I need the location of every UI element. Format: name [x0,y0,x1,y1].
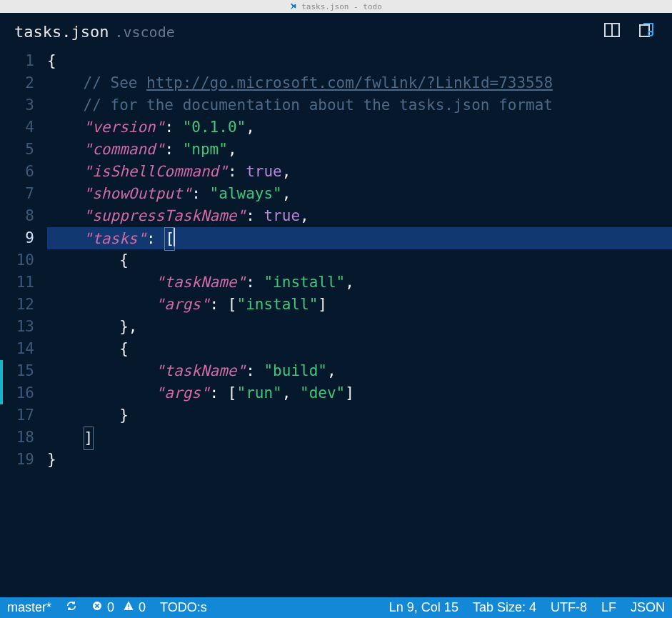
line-number: 6 [0,161,34,183]
json-key: "taskName" [156,274,246,291]
json-string: "install" [237,296,319,313]
punct: : [246,362,264,379]
code-line[interactable]: "tasks": [ [47,227,672,249]
svg-rect-5 [128,604,129,607]
line-number: 16 [0,382,34,404]
punct: : [ [210,384,237,402]
code-line[interactable]: } [47,449,672,471]
text-cursor [174,228,175,246]
line-number: 2 [0,72,34,94]
code-line[interactable]: "taskName": "install", [47,271,672,294]
punct: : [191,185,209,202]
tab-tasks-json[interactable]: tasks.json .vscode [14,23,175,41]
json-key: "command" [84,141,165,158]
punct: , [282,384,300,402]
line-number: 19 [0,449,34,471]
window-title: tasks.json - todo [301,2,382,11]
editor-chrome: tasks.json .vscode 123456789101112131415… [0,13,672,597]
code-line[interactable]: "args": ["install"] [47,294,672,316]
punct: ] [318,296,327,313]
punct: : [146,230,164,247]
editor[interactable]: 12345678910111213141516171819 { // See h… [0,50,672,597]
line-number: 17 [0,404,34,427]
json-key: "suppressTaskName" [84,207,246,224]
todos-label: TODO:s [160,600,207,615]
line-number: 18 [0,427,34,449]
punct: , [327,362,336,379]
code-line[interactable]: "command": "npm", [47,139,672,161]
tab-filename: tasks.json [14,23,109,41]
punct: , [282,185,291,202]
warning-icon [123,600,134,615]
link: http://go.microsoft.com/fwlink/?LinkId=7… [146,74,553,91]
vscode-icon [290,3,297,10]
todos-segment[interactable]: TODO:s [153,597,214,618]
json-string: "npm" [183,141,228,158]
json-string: "install" [264,274,345,291]
code-line[interactable]: "suppressTaskName": true, [47,205,672,227]
code-line[interactable]: // See http://go.microsoft.com/fwlink/?L… [47,72,672,94]
eol-segment[interactable]: LF [594,597,623,618]
titlebar: tasks.json - todo [0,0,672,13]
code-line[interactable]: "args": ["run", "dev"] [47,382,672,404]
json-key: "tasks" [84,230,147,247]
punct: { [119,251,129,269]
line-number: 8 [0,205,34,227]
punct: : [246,207,264,224]
json-string: "0.1.0" [183,119,246,136]
line-number: 1 [0,50,34,72]
punct: : [246,274,264,291]
problems-segment[interactable]: 0 0 [84,597,153,618]
tab-size-segment[interactable]: Tab Size: 4 [466,597,543,618]
editor-actions [603,21,655,41]
json-key: "isShellCommand" [84,163,228,180]
split-editor-icon[interactable] [603,21,621,41]
sync-icon [66,600,77,615]
code-line[interactable]: { [47,50,672,72]
git-branch-segment[interactable]: master* [0,597,59,618]
punct: : [164,141,182,158]
open-changes-icon[interactable] [638,21,655,41]
code-line[interactable]: } [47,404,672,427]
code-line[interactable]: { [47,249,672,271]
json-key: "args" [156,296,210,313]
code-line[interactable]: }, [47,316,672,338]
encoding: UTF-8 [551,600,587,615]
punct: ] [345,384,354,402]
code-line[interactable]: { [47,338,672,360]
error-icon [91,600,103,615]
code-line[interactable]: "taskName": "build", [47,360,672,382]
code-area[interactable]: { // See http://go.microsoft.com/fwlink/… [47,50,672,597]
language-segment[interactable]: JSON [623,597,672,618]
json-string: "dev" [300,384,345,402]
punct: , [345,274,354,291]
code-line[interactable]: // for the documentation about the tasks… [47,94,672,116]
eol: LF [601,600,616,615]
line-number: 15 [0,360,34,382]
line-number: 5 [0,139,34,161]
cursor-position: Ln 9, Col 15 [389,600,458,615]
line-number: 4 [0,116,34,139]
punct: { [47,52,56,69]
code-line[interactable]: "version": "0.1.0", [47,116,672,139]
json-key: "args" [156,384,210,402]
svg-rect-6 [128,608,129,609]
line-number: 9 [0,227,34,249]
warning-count: 0 [139,600,146,615]
svg-point-3 [648,31,653,36]
encoding-segment[interactable]: UTF-8 [543,597,594,618]
line-number: 13 [0,316,34,338]
json-boolean: true [264,207,300,224]
json-string: "run" [237,384,282,402]
punct: }, [119,318,137,335]
punct: : [228,163,246,180]
cursor-position-segment[interactable]: Ln 9, Col 15 [382,597,466,618]
branch-name: master* [7,600,51,615]
code-line[interactable]: ] [47,427,672,449]
code-line[interactable]: "isShellCommand": true, [47,161,672,183]
json-key: "taskName" [156,362,246,379]
sync-segment[interactable] [59,597,84,618]
code-line[interactable]: "showOutput": "always", [47,183,672,205]
line-number: 14 [0,338,34,360]
json-string: "build" [264,362,327,379]
